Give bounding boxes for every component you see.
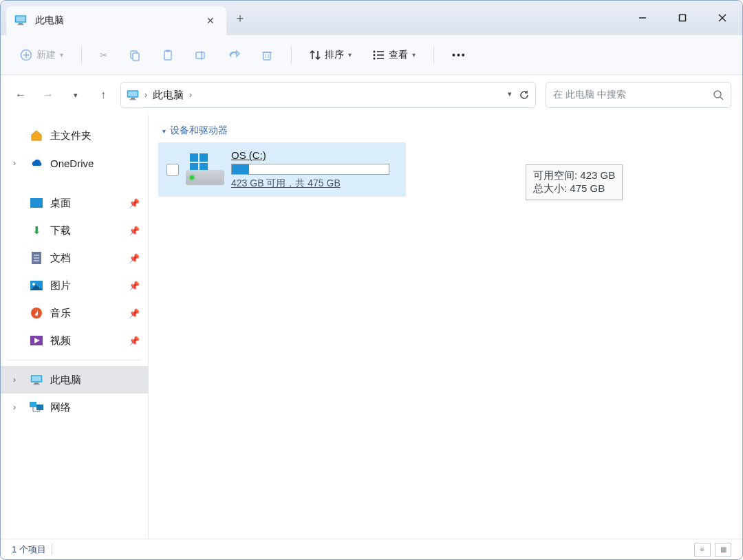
svg-rect-14	[166, 50, 170, 52]
drive-subtext: 423 GB 可用，共 475 GB	[231, 177, 398, 190]
video-icon	[30, 334, 43, 347]
sidebar-item-desktop[interactable]: 桌面 📌	[1, 189, 148, 217]
view-button[interactable]: 查看 ▾	[365, 43, 422, 67]
sidebar-item-home[interactable]: 主文件夹	[1, 122, 148, 149]
sidebar-item-network[interactable]: › 网络	[1, 394, 148, 421]
back-button[interactable]: ←	[13, 89, 28, 101]
monitor-icon	[14, 14, 27, 27]
sort-button[interactable]: 排序 ▾	[303, 43, 358, 67]
pin-icon: 📌	[129, 336, 140, 346]
sidebar: 主文件夹 › OneDrive 桌面 📌 ⬇ 下载 📌 文档 📌	[1, 115, 149, 539]
sidebar-label: 网络	[50, 401, 71, 414]
svg-rect-46	[32, 376, 41, 382]
picture-icon	[30, 279, 43, 292]
cut-button[interactable]: ✂	[93, 43, 115, 67]
sidebar-label: OneDrive	[50, 158, 94, 169]
svg-rect-49	[30, 402, 36, 407]
sidebar-label: 视频	[50, 334, 71, 347]
history-dropdown[interactable]: ▾	[68, 91, 83, 100]
svg-rect-13	[164, 51, 171, 60]
tab-title: 此电脑	[35, 14, 195, 27]
search-input[interactable]: 在 此电脑 中搜索	[546, 82, 731, 108]
breadcrumb-location[interactable]: 此电脑	[153, 89, 184, 102]
sidebar-item-pictures[interactable]: 图片 📌	[1, 272, 148, 299]
ellipsis-icon: •••	[452, 50, 466, 61]
monitor-icon	[127, 89, 139, 100]
sort-label: 排序	[325, 49, 344, 61]
drive-icon	[186, 155, 224, 185]
sidebar-item-thispc[interactable]: › 此电脑	[1, 366, 148, 394]
close-window-button[interactable]	[702, 1, 742, 35]
chevron-right-icon[interactable]: ›	[13, 402, 23, 412]
forward-button[interactable]: →	[41, 89, 56, 101]
nav-buttons: ← → ▾ ↑	[13, 89, 111, 101]
sidebar-item-onedrive[interactable]: › OneDrive	[1, 149, 148, 177]
drive-capacity-bar	[231, 164, 389, 175]
title-bar: 此电脑 ✕ ＋	[1, 1, 742, 35]
delete-button[interactable]	[254, 43, 280, 67]
svg-rect-2	[19, 23, 23, 25]
drive-os-c[interactable]: OS (C:) 423 GB 可用，共 475 GB	[158, 142, 406, 197]
chevron-right-icon[interactable]: ›	[13, 375, 23, 385]
copy-icon	[129, 49, 141, 61]
home-icon	[30, 129, 43, 142]
svg-rect-3	[18, 24, 24, 25]
rename-button[interactable]	[188, 43, 214, 67]
separator	[433, 46, 434, 64]
more-button[interactable]: •••	[445, 43, 473, 67]
sidebar-label: 图片	[50, 279, 71, 292]
view-mode-buttons: ≡ ▦	[694, 543, 731, 557]
pin-icon: 📌	[129, 198, 140, 208]
details-view-button[interactable]: ≡	[694, 543, 711, 557]
new-label: 新建	[36, 49, 56, 61]
pin-icon: 📌	[129, 226, 140, 236]
svg-rect-35	[30, 198, 43, 208]
group-header-devices[interactable]: ▾ 设备和驱动器	[162, 125, 733, 137]
cloud-icon	[30, 156, 43, 170]
sidebar-item-downloads[interactable]: ⬇ 下载 📌	[1, 217, 148, 244]
copy-button[interactable]	[122, 43, 148, 67]
pin-icon: 📌	[129, 281, 140, 291]
search-placeholder: 在 此电脑 中搜索	[553, 89, 713, 101]
minimize-button[interactable]	[623, 1, 663, 35]
tab-thispc[interactable]: 此电脑 ✕	[6, 6, 226, 35]
sidebar-item-documents[interactable]: 文档 📌	[1, 244, 148, 272]
svg-line-34	[720, 97, 723, 100]
plus-circle-icon	[20, 49, 32, 61]
chevron-down-icon: ▾	[348, 51, 352, 58]
pin-icon: 📌	[129, 253, 140, 263]
address-bar[interactable]: › 此电脑 › ▾	[120, 82, 536, 108]
close-tab-button[interactable]: ✕	[203, 15, 218, 26]
tooltip-line-total: 总大小: 475 GB	[533, 182, 615, 195]
paste-button[interactable]	[155, 43, 181, 67]
network-icon	[30, 400, 43, 414]
sidebar-label: 此电脑	[50, 374, 81, 387]
svg-rect-15	[196, 52, 204, 58]
address-dropdown[interactable]: ▾	[508, 89, 512, 100]
sidebar-item-videos[interactable]: 视频 📌	[1, 327, 148, 354]
item-count: 1 个项目	[12, 543, 46, 556]
svg-rect-48	[34, 384, 40, 385]
sidebar-label: 下载	[50, 224, 71, 237]
new-tab-button[interactable]: ＋	[226, 10, 254, 26]
view-icon	[372, 50, 385, 61]
svg-rect-54	[190, 153, 198, 162]
maximize-button[interactable]	[663, 1, 702, 35]
refresh-button[interactable]	[519, 89, 530, 100]
svg-point-23	[374, 50, 376, 52]
share-icon	[228, 49, 240, 61]
chevron-right-icon[interactable]: ›	[13, 158, 23, 168]
separator	[8, 360, 141, 360]
sidebar-item-music[interactable]: 音乐 📌	[1, 299, 148, 327]
share-button[interactable]	[221, 43, 247, 67]
drive-checkbox[interactable]	[166, 164, 179, 176]
grid-view-button[interactable]: ▦	[715, 543, 731, 557]
svg-point-33	[714, 91, 721, 98]
pin-icon: 📌	[129, 308, 140, 319]
content-area: ▾ 设备和驱动器 OS (C:) 423 GB 可用，共 475 GB 可用空间…	[149, 115, 742, 539]
up-button[interactable]: ↑	[96, 89, 111, 101]
new-button[interactable]: 新建 ▾	[13, 43, 70, 67]
chevron-down-icon: ▾	[60, 51, 63, 58]
svg-rect-32	[130, 99, 136, 100]
svg-point-41	[32, 283, 35, 286]
